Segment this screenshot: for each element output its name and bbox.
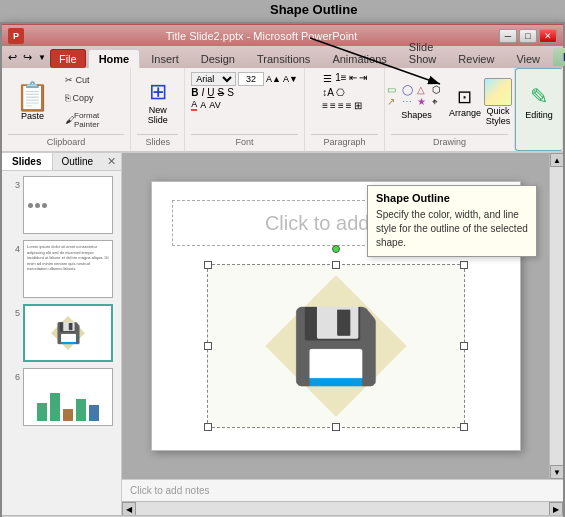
vertical-scrollbar[interactable]: ▲ ▼ xyxy=(549,153,563,479)
increase-font-button[interactable]: A▲ xyxy=(266,74,281,84)
align-right-button[interactable]: ≡ xyxy=(338,100,344,111)
tab-transitions[interactable]: Transitions xyxy=(246,49,321,68)
handle-middle-right[interactable] xyxy=(460,342,468,350)
scroll-up-button[interactable]: ▲ xyxy=(550,153,563,167)
arrange-label[interactable]: Arrange xyxy=(449,108,481,118)
slide-thumb-3[interactable]: 3 xyxy=(4,173,119,237)
tab-view[interactable]: View xyxy=(505,49,551,68)
handle-rotate[interactable] xyxy=(332,245,340,253)
handle-top-center[interactable] xyxy=(332,261,340,269)
italic-button[interactable]: I xyxy=(202,87,205,98)
tab-home[interactable]: Home xyxy=(88,49,141,68)
tab-format[interactable]: Format xyxy=(553,48,565,66)
shape6-icon: ⋯ xyxy=(402,96,416,108)
slides-label: Slides xyxy=(137,134,178,147)
scroll-down-button[interactable]: ▼ xyxy=(550,465,563,479)
char-spacing-button[interactable]: AV xyxy=(209,100,220,110)
numbering-button[interactable]: 1≡ xyxy=(335,72,346,85)
tab-animations[interactable]: Animations xyxy=(321,49,397,68)
slides-tab[interactable]: Slides xyxy=(2,153,53,170)
font-color-button[interactable]: A xyxy=(191,99,197,111)
tab-insert[interactable]: Insert xyxy=(140,49,190,68)
qat-redo[interactable]: ↪ xyxy=(21,51,34,64)
handle-top-right[interactable] xyxy=(460,261,468,269)
paste-button[interactable]: 📋 Paste xyxy=(8,80,57,124)
scroll-right-button[interactable]: ▶ xyxy=(549,502,563,515)
bullets-button[interactable]: ☰ xyxy=(322,72,333,85)
tab-file[interactable]: File xyxy=(50,49,86,68)
arrange-icon: ⊡ xyxy=(457,86,472,108)
horizontal-scrollbar[interactable]: ◀ ▶ xyxy=(122,501,563,515)
cut-button[interactable]: ✂ Cut xyxy=(60,72,124,88)
align-center-button[interactable]: ≡ xyxy=(330,100,336,111)
bold-button[interactable]: B xyxy=(191,87,198,98)
drawing-group: ▭ ◯ △ ⬡ ↗ ⋯ ★ ⌖ Shapes ⊡ Arrang xyxy=(385,68,515,151)
thumb-img-5: 💾 xyxy=(23,304,113,362)
bar1 xyxy=(37,403,47,421)
decrease-indent-button[interactable]: ⇤ xyxy=(349,72,357,85)
bar2 xyxy=(50,393,60,421)
columns-button[interactable]: ⊞ xyxy=(354,100,362,111)
font-size-input[interactable] xyxy=(238,72,264,86)
increase-indent-button[interactable]: ⇥ xyxy=(359,72,367,85)
thumb3-dot1 xyxy=(28,203,33,208)
handle-bottom-left[interactable] xyxy=(204,423,212,431)
outline-tab[interactable]: Outline xyxy=(53,153,103,170)
tab-design[interactable]: Design xyxy=(190,49,246,68)
panel-close-button[interactable]: ✕ xyxy=(102,153,121,170)
close-button[interactable]: ✕ xyxy=(539,29,557,43)
tab-slideshow[interactable]: Slide Show xyxy=(398,37,448,68)
tab-review[interactable]: Review xyxy=(447,49,505,68)
notes-area[interactable]: Click to add notes xyxy=(122,479,563,501)
shapes-label[interactable]: Shapes xyxy=(401,110,432,120)
clipboard-group: 📋 Paste ✂ Cut ⎘ Copy 🖌 Format Painter Cl… xyxy=(2,68,131,151)
new-slide-button[interactable]: ⊞ NewSlide xyxy=(136,76,180,128)
editing-group: ✎ Editing Editing xyxy=(515,68,563,151)
slide-thumb-4[interactable]: 4 Lorem ipsum dolor sit amet consectetur… xyxy=(4,237,119,301)
maximize-button[interactable]: □ xyxy=(519,29,537,43)
format-painter-button[interactable]: 🖌 Format Painter xyxy=(60,108,124,132)
thumb3-dot2 xyxy=(35,203,40,208)
quickstyles-icon xyxy=(484,78,512,106)
font-name-select[interactable]: Arial xyxy=(191,72,236,86)
paste-label: Paste xyxy=(21,111,44,121)
strikethrough-button[interactable]: S xyxy=(218,87,225,98)
qat-dropdown[interactable]: ▼ xyxy=(36,53,48,62)
clipboard-buttons: 📋 Paste ✂ Cut ⎘ Copy 🖌 Format Painter xyxy=(8,72,124,132)
convert-smartart-button[interactable]: ⎔ xyxy=(336,87,345,98)
text-direction-button[interactable]: ↕A xyxy=(322,87,334,98)
shadow-button[interactable]: S xyxy=(227,87,234,98)
qat-undo[interactable]: ↩ xyxy=(6,51,19,64)
drawing-label: Drawing xyxy=(391,134,508,147)
copy-button[interactable]: ⎘ Copy xyxy=(60,90,124,106)
handle-top-left[interactable] xyxy=(204,261,212,269)
quickstyles-label[interactable]: QuickStyles xyxy=(486,106,511,126)
slide-thumb-5[interactable]: 5 💾 xyxy=(4,301,119,365)
content-placeholder[interactable]: 💾 xyxy=(207,264,465,428)
slide-thumb-6[interactable]: 6 xyxy=(4,365,119,429)
bar5 xyxy=(89,405,99,421)
editing-button[interactable]: ✎ Editing xyxy=(525,84,553,120)
align-left-button[interactable]: ≡ xyxy=(322,100,328,111)
handle-bottom-center[interactable] xyxy=(332,423,340,431)
shapes-button-area: ▭ ◯ △ ⬡ ↗ ⋯ ★ ⌖ Shapes xyxy=(387,84,446,120)
arrange-button-area: ⊡ Arrange xyxy=(449,86,481,118)
shape5-icon: ↗ xyxy=(387,96,401,108)
handle-middle-left[interactable] xyxy=(204,342,212,350)
scroll-track-h[interactable] xyxy=(136,502,549,515)
font-color2-button[interactable]: A xyxy=(200,100,206,110)
underline-button[interactable]: U xyxy=(207,87,214,98)
ribbon-content: 📋 Paste ✂ Cut ⎘ Copy 🖌 Format Painter Cl… xyxy=(2,68,563,153)
minimize-button[interactable]: ─ xyxy=(499,29,517,43)
content-area: Slides Outline ✕ 3 xyxy=(2,153,563,515)
scroll-track-v[interactable] xyxy=(550,167,563,465)
drawing-buttons: ▭ ◯ △ ⬡ ↗ ⋯ ★ ⌖ Shapes ⊡ Arrang xyxy=(387,72,512,132)
thumb5-content: 💾 xyxy=(38,314,98,352)
justify-button[interactable]: ≡ xyxy=(346,100,352,111)
title-bar: P Title Slide2.pptx - Microsoft PowerPoi… xyxy=(2,24,563,46)
decrease-font-button[interactable]: A▼ xyxy=(283,74,298,84)
handle-bottom-right[interactable] xyxy=(460,423,468,431)
scroll-left-button[interactable]: ◀ xyxy=(122,502,136,515)
thumb-num-6: 6 xyxy=(6,372,20,382)
slide-viewport: Click to add title 💾 xyxy=(122,153,549,479)
